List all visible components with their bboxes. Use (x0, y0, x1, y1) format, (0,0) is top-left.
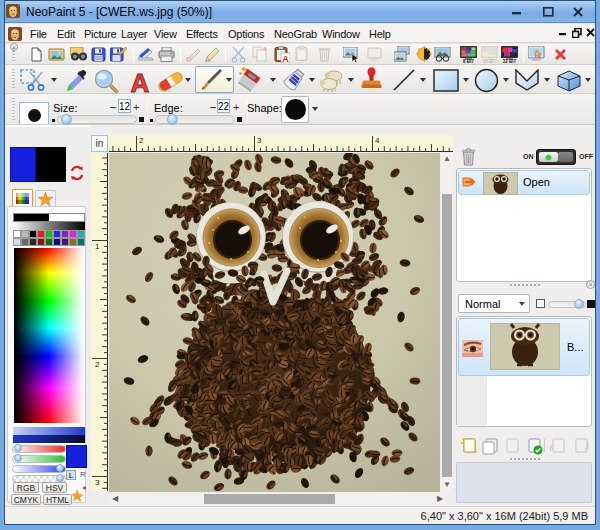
svg-text:2: 2 (95, 360, 100, 369)
svg-text:1: 1 (95, 242, 100, 251)
svg-text:A: A (282, 54, 289, 64)
svg-text:4: 4 (375, 136, 380, 145)
svg-text:8 BIT: 8 BIT (463, 59, 474, 64)
svg-text:2: 2 (139, 136, 144, 145)
svg-text:32 BIT: 32 BIT (503, 59, 517, 64)
svg-text:3: 3 (257, 136, 262, 145)
svg-text:3: 3 (95, 478, 100, 487)
svg-text:A: A (131, 70, 150, 94)
svg-text:16 BIT: 16 BIT (483, 59, 497, 64)
